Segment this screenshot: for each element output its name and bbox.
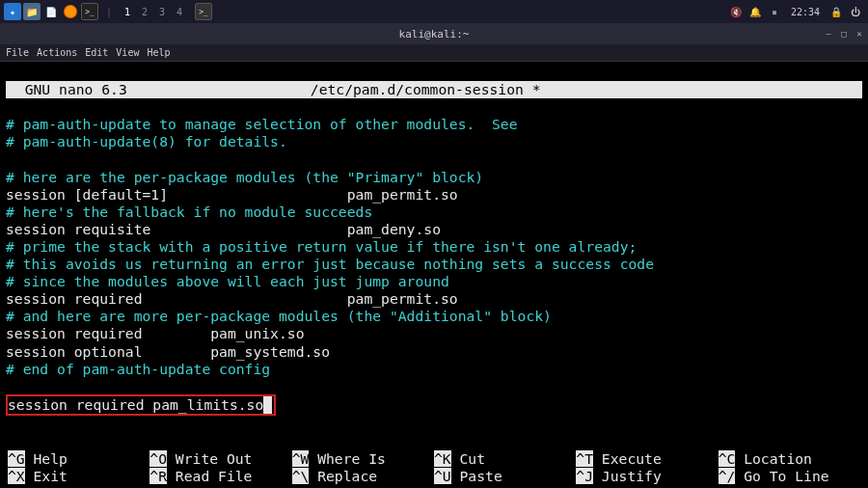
- notifications-icon[interactable]: 🔔: [746, 3, 764, 20]
- file-line: session required pam_unix.so: [6, 325, 862, 342]
- sep-icon: |: [100, 3, 118, 20]
- files-icon[interactable]: 📁: [23, 3, 41, 20]
- workspace-4[interactable]: 4: [172, 7, 187, 17]
- menu-help[interactable]: Help: [147, 47, 170, 58]
- file-line: # pam-auth-update to manage selection of…: [6, 116, 862, 133]
- firefox-icon[interactable]: [62, 3, 79, 20]
- shortcut-key: ^X: [8, 468, 25, 484]
- file-line: # and here are more per-package modules …: [6, 308, 862, 325]
- file-line: # here's the fallback if no module succe…: [6, 203, 862, 221]
- shortcut: ^X Exit: [8, 468, 149, 485]
- shortcut: ^G Help: [8, 450, 149, 468]
- shortcut: ^C Location: [719, 450, 860, 468]
- taskbar-term-icon[interactable]: >_: [195, 3, 212, 20]
- files2-icon[interactable]: 📄: [42, 3, 60, 20]
- power-icon[interactable]: ⏻: [847, 3, 864, 20]
- battery-icon[interactable]: ▪: [766, 3, 783, 20]
- workspace-1[interactable]: 1: [120, 7, 135, 17]
- shortcut: ^/ Go To Line: [719, 468, 860, 485]
- shortcut-key: ^R: [149, 468, 167, 484]
- shortcut-label: Replace: [309, 468, 377, 484]
- menu-actions[interactable]: Actions: [37, 47, 77, 58]
- file-line: session required pam_permit.so: [6, 290, 862, 308]
- shortcut-label: Write Out: [167, 450, 252, 467]
- shortcut-label: Help: [25, 450, 68, 467]
- shortcut-key: ^G: [8, 450, 25, 467]
- shortcut: ^J Justify: [576, 468, 718, 485]
- volume-muted-icon[interactable]: 🔇: [727, 3, 745, 20]
- shortcut-label: Cut: [451, 450, 485, 467]
- minimize-icon[interactable]: –: [824, 29, 833, 39]
- shortcut-label: Where Is: [309, 450, 386, 467]
- file-line: # here are the per-package modules (the …: [6, 169, 862, 186]
- window-title: kali@kali:~: [399, 28, 470, 41]
- lock-icon[interactable]: 🔒: [827, 3, 845, 20]
- workspace-2[interactable]: 2: [137, 7, 152, 17]
- shortcut-key: ^U: [434, 468, 451, 484]
- terminal-icon[interactable]: >_: [81, 3, 98, 20]
- file-line: session requisite pam_deny.so: [6, 221, 862, 238]
- shortcut-label: Go To Line: [735, 468, 828, 484]
- menu-view[interactable]: View: [116, 47, 139, 58]
- file-line: # since the modules above will each just…: [6, 273, 862, 290]
- shortcut-label: Execute: [593, 450, 662, 467]
- shortcut: ^W Where Is: [292, 450, 434, 468]
- menu-file[interactable]: File: [6, 47, 29, 58]
- shortcut-label: Exit: [25, 468, 68, 484]
- file-line: [6, 150, 862, 168]
- window-titlebar[interactable]: kali@kali:~ – □ ✕: [0, 23, 868, 44]
- file-line: session [default=1] pam_permit.so: [6, 186, 862, 203]
- shortcut: ^T Execute: [576, 450, 718, 468]
- shortcut-key: ^/: [719, 468, 736, 484]
- file-line: # this avoids us returning an error just…: [6, 256, 862, 273]
- nano-shortcut-bar: ^G Help^O Write Out^W Where Is^K Cut^T E…: [6, 450, 862, 485]
- shortcut-key: ^W: [292, 450, 310, 467]
- terminal-content[interactable]: GNU nano 6.3/etc/pam.d/common-session * …: [0, 62, 868, 488]
- shortcut: ^R Read File: [149, 468, 291, 485]
- shortcut-key: ^C: [719, 450, 736, 467]
- shortcut-key: ^O: [149, 450, 167, 467]
- maximize-icon[interactable]: □: [839, 29, 849, 39]
- system-panel: ✦ 📁 📄 >_ | 1 2 3 4 >_ 🔇 🔔 ▪ 22:34 🔒 ⏻: [0, 0, 868, 23]
- highlighted-edit-line: session required pam_limits.so: [6, 394, 276, 416]
- file-line: # pam-auth-update(8) for details.: [6, 133, 862, 150]
- nano-header: GNU nano 6.3/etc/pam.d/common-session *: [6, 81, 862, 98]
- shortcut-label: Location: [735, 450, 812, 467]
- shortcut-label: Paste: [451, 468, 502, 484]
- workspace-3[interactable]: 3: [154, 7, 170, 17]
- kali-menu-icon[interactable]: ✦: [4, 3, 21, 20]
- file-line: session optional pam_systemd.so: [6, 343, 862, 361]
- terminal-menubar: File Actions Edit View Help: [0, 44, 868, 62]
- file-line: # end of pam-auth-update config: [6, 361, 862, 378]
- shortcut-label: Read File: [167, 468, 252, 484]
- file-line: # prime the stack with a positive return…: [6, 238, 862, 256]
- shortcut-key: ^T: [576, 450, 593, 467]
- shortcut: ^\ Replace: [292, 468, 434, 485]
- close-icon[interactable]: ✕: [854, 29, 864, 39]
- shortcut-key: ^K: [434, 450, 451, 467]
- shortcut: ^K Cut: [434, 450, 576, 468]
- cursor: [263, 396, 272, 414]
- clock[interactable]: 22:34: [791, 7, 820, 17]
- shortcut-label: Justify: [593, 468, 662, 484]
- shortcut-key: ^J: [576, 468, 593, 484]
- menu-edit[interactable]: Edit: [85, 47, 108, 58]
- shortcut: ^O Write Out: [149, 450, 291, 468]
- shortcut-key: ^\: [292, 468, 310, 484]
- shortcut: ^U Paste: [434, 468, 576, 485]
